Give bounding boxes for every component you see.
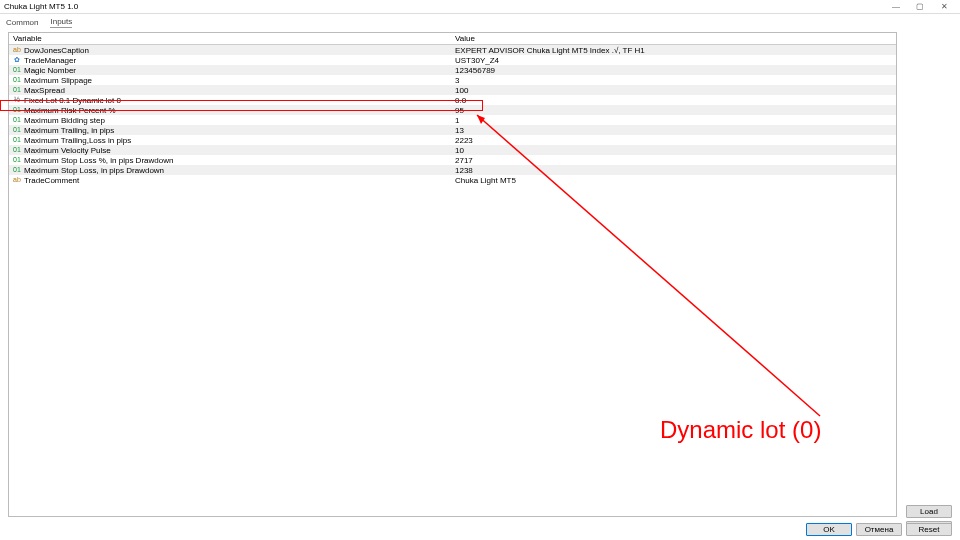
reset-button[interactable]: Reset (906, 523, 952, 536)
variable-name: MaxSpread (24, 86, 65, 95)
variable-name: Maximum Bidding step (24, 116, 105, 125)
variable-name: TradeManager (24, 56, 76, 65)
variable-value[interactable]: 0.0 (451, 96, 896, 105)
variable-name: Maximum Trailing, in pips (24, 126, 114, 135)
variable-name: Maximum Trailing,Loss in pips (24, 136, 131, 145)
variable-value[interactable]: 123456789 (451, 66, 896, 75)
annotation-text: Dynamic lot (0) (660, 416, 821, 444)
tab-bar: Common Inputs (0, 14, 960, 28)
variable-value[interactable]: 13 (451, 126, 896, 135)
tab-inputs[interactable]: Inputs (50, 16, 72, 28)
table-row[interactable]: abTradeCommentChuka Light MT5 (9, 175, 896, 185)
col-value: Value (451, 34, 896, 43)
type-icon: ab (13, 176, 21, 184)
type-icon: ✿ (13, 56, 21, 64)
type-icon: 01 (13, 76, 21, 84)
window-controls: — ▢ ✕ (884, 0, 956, 14)
table-row[interactable]: abDowJonesCaptionEXPERT ADVISOR Chuka Li… (9, 45, 896, 55)
variable-value[interactable]: 1238 (451, 166, 896, 175)
variable-name: Maximum Stop Loss, in pips Drawdown (24, 166, 164, 175)
table-row[interactable]: 01Magic Nomber123456789 (9, 65, 896, 75)
table-row[interactable]: 01Maximum Stop Loss, in pips Drawdown123… (9, 165, 896, 175)
type-icon: ab (13, 46, 21, 54)
variable-value[interactable]: 2717 (451, 156, 896, 165)
table-row[interactable]: 01Maximum Risk Percent %95 (9, 105, 896, 115)
variable-name: Maximum Slippage (24, 76, 92, 85)
type-icon: 01 (13, 126, 21, 134)
variable-value[interactable]: UST30Y_Z4 (451, 56, 896, 65)
type-icon: 01 (13, 146, 21, 154)
col-variable: Variable (9, 34, 451, 43)
type-icon: 01 (13, 136, 21, 144)
table-row[interactable]: 01Maximum Bidding step1 (9, 115, 896, 125)
variable-name: DowJonesCaption (24, 46, 89, 55)
variable-name: TradeComment (24, 176, 79, 185)
minimize-button[interactable]: — (884, 0, 908, 14)
variable-value[interactable]: 2223 (451, 136, 896, 145)
table-row[interactable]: 01Maximum Velocity Pulse10 (9, 145, 896, 155)
type-icon: 01 (13, 166, 21, 174)
dialog-window: Chuka Light MT5 1.0 — ▢ ✕ Common Inputs … (0, 0, 960, 540)
maximize-button[interactable]: ▢ (908, 0, 932, 14)
table-row[interactable]: 01Maximum Stop Loss %, in pips Drawdown2… (9, 155, 896, 165)
variable-value[interactable]: 1 (451, 116, 896, 125)
table-header: Variable Value (9, 33, 896, 45)
table-row[interactable]: 01Maximum Slippage3 (9, 75, 896, 85)
variable-value[interactable]: 95 (451, 106, 896, 115)
inputs-table: Variable Value abDowJonesCaptionEXPERT A… (8, 32, 897, 517)
table-row[interactable]: 01Maximum Trailing,Loss in pips2223 (9, 135, 896, 145)
type-icon: 01 (13, 116, 21, 124)
variable-value[interactable]: EXPERT ADVISOR Chuka Light MT5 Index .√,… (451, 46, 896, 55)
variable-name: Fixed Lot 0.1 Dynamic lot 0 (24, 96, 121, 105)
type-icon: 01 (13, 66, 21, 74)
tab-common[interactable]: Common (6, 17, 38, 28)
type-icon: 01 (13, 106, 21, 114)
variable-name: Maximum Stop Loss %, in pips Drawdown (24, 156, 173, 165)
variable-value[interactable]: 3 (451, 76, 896, 85)
title-bar: Chuka Light MT5 1.0 — ▢ ✕ (0, 0, 960, 14)
ok-button[interactable]: OK (806, 523, 852, 536)
variable-name: Maximum Risk Percent % (24, 106, 116, 115)
close-button[interactable]: ✕ (932, 0, 956, 14)
variable-name: Maximum Velocity Pulse (24, 146, 111, 155)
variable-name: Magic Nomber (24, 66, 76, 75)
table-row[interactable]: 01MaxSpread100 (9, 85, 896, 95)
dialog-body: Variable Value abDowJonesCaptionEXPERT A… (0, 28, 960, 517)
variable-value[interactable]: 100 (451, 86, 896, 95)
load-button[interactable]: Load (906, 505, 952, 518)
window-title: Chuka Light MT5 1.0 (4, 2, 884, 11)
type-icon: 01 (13, 156, 21, 164)
variable-value[interactable]: 10 (451, 146, 896, 155)
table-row[interactable]: 01Maximum Trailing, in pips13 (9, 125, 896, 135)
variable-value[interactable]: Chuka Light MT5 (451, 176, 896, 185)
table-row[interactable]: ½Fixed Lot 0.1 Dynamic lot 00.0 (9, 95, 896, 105)
cancel-button[interactable]: Отмена (856, 523, 902, 536)
type-icon: 01 (13, 86, 21, 94)
bottom-buttons: OK Отмена Reset (806, 523, 952, 536)
table-row[interactable]: ✿TradeManagerUST30Y_Z4 (9, 55, 896, 65)
type-icon: ½ (13, 96, 21, 104)
